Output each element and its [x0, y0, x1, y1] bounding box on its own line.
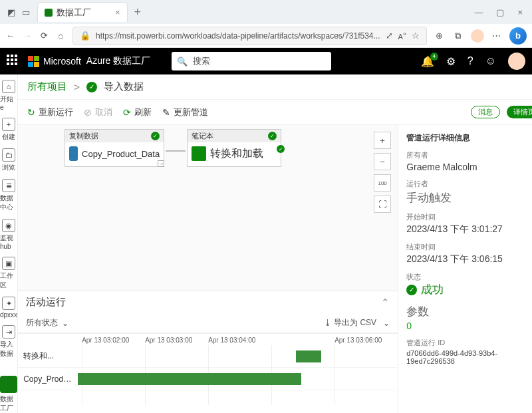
app-launcher-icon[interactable] [7, 55, 20, 68]
close-window-icon[interactable]: × [517, 7, 523, 17]
activity-section-header[interactable]: 活动运行 ⌃ [18, 291, 398, 313]
tabs-icon[interactable]: ▭ [19, 5, 33, 19]
activity-title: 活动运行 [26, 296, 66, 309]
notebook-icon [192, 146, 206, 161]
ok-icon: ✓ [151, 132, 160, 140]
browser-tab[interactable]: 数据工厂 × [37, 2, 128, 22]
chevron-up-icon[interactable]: ⌃ [381, 297, 390, 309]
page-title: 导入数据 [104, 80, 144, 93]
profile-icon[interactable]: ◩ [4, 5, 19, 19]
refresh-icon[interactable]: ⟳ [39, 31, 49, 41]
nav-browse[interactable]: 🗀浏览 [2, 148, 15, 172]
zoom-in-button[interactable]: + [374, 132, 391, 149]
connector [166, 150, 186, 152]
new-tab-button[interactable]: + [134, 5, 142, 19]
search-input[interactable]: 🔍 搜索 [172, 52, 331, 70]
refresh-button[interactable]: ⟳刷新 [123, 106, 152, 118]
datafactory-logo-icon [0, 376, 17, 393]
refresh-tool-icon: ⟳ [123, 107, 131, 118]
search-placeholder: 搜索 [193, 55, 210, 67]
gantt-bar[interactable] [296, 350, 321, 362]
collections-icon[interactable]: ⊕ [434, 31, 446, 41]
status-filter[interactable]: 所有状态 [26, 317, 58, 329]
azure-top-bar: Microsoft Azure 数据工厂 🔍 搜索 🔔4 ⚙ ? ☺ [0, 48, 532, 74]
export-csv-button[interactable]: ⭳ 导出为 CSV [324, 317, 376, 329]
node-label: 转换和加载 [210, 147, 263, 161]
nav-datahub[interactable]: ≣数据中心 [0, 179, 17, 212]
user-avatar[interactable] [508, 53, 525, 70]
output-port-icon[interactable]: → [158, 160, 164, 167]
status-ok-icon: ✓ [86, 82, 97, 92]
gantt-bar[interactable] [78, 373, 301, 385]
rerun-button[interactable]: ↻重新运行 [27, 106, 73, 118]
create-icon: + [2, 118, 15, 131]
chevron-down-icon[interactable]: ⌄ [383, 319, 390, 328]
nav-import[interactable]: ⇥导入数据 [0, 325, 17, 358]
minimize-icon[interactable]: — [474, 7, 483, 17]
canvas-tools: + − 100 ⛶ [374, 132, 391, 213]
chevron-down-icon[interactable]: ⌄ [62, 319, 68, 328]
database-icon [69, 146, 78, 161]
status-success: ✓成功 [406, 282, 532, 297]
fit-button[interactable]: ⛶ [374, 196, 391, 213]
pipeline-canvas[interactable]: 复制数据✓ Copy_Product_Data → 笔记本✓ 转换和加载 [18, 125, 398, 291]
feedback-icon[interactable]: ☺ [485, 55, 496, 67]
pill-details[interactable]: 详情页 [507, 106, 532, 118]
profile-avatar[interactable] [471, 29, 484, 43]
microsoft-logo-icon [28, 56, 39, 67]
nav-create[interactable]: +创建 [2, 118, 15, 142]
edit-icon: ✎ [162, 107, 170, 118]
ok-icon: ✓ [406, 285, 417, 295]
brand-product: Azure 数据工厂 [86, 55, 150, 67]
help-icon[interactable]: ? [467, 55, 473, 67]
import-icon: ⇥ [2, 325, 15, 339]
home-nav-icon: ⌂ [2, 80, 15, 93]
nav-workspace[interactable]: ▣工作区 [0, 257, 17, 290]
notifications-icon[interactable]: 🔔4 [421, 55, 434, 68]
tab-title: 数据工厂 [57, 7, 91, 19]
details-panel: 管道运行详细信息× 所有者Graeme Malcolm 运行者手动触发 开始时间… [398, 125, 532, 413]
brand: Microsoft Azure 数据工厂 [28, 55, 150, 67]
gantt-chart: Apr 13 03:02:00 Apr 13 03:03:00 Apr 13 0… [18, 333, 398, 413]
nav-home[interactable]: ⌂开始 e [0, 80, 17, 111]
nav-datafactory[interactable]: 数据工厂 [0, 376, 17, 413]
settings-icon[interactable]: ⚙ [446, 55, 456, 68]
more-icon[interactable]: ⋯ [491, 31, 503, 41]
datahub-icon: ≣ [2, 179, 15, 192]
ok-icon: ✓ [277, 145, 285, 153]
maximize-icon[interactable]: ▢ [496, 7, 504, 17]
gantt-row[interactable]: Copy_Product... [18, 368, 398, 390]
node-label: Copy_Product_Data [82, 149, 160, 159]
nav-monitor[interactable]: ◉监视hub [0, 219, 17, 250]
gantt-row[interactable]: 转换和... [18, 345, 398, 368]
node-notebook[interactable]: 笔记本✓ 转换和加载 ✓ [187, 129, 281, 167]
brand-ms: Microsoft [43, 56, 81, 67]
cancel-button: ⊘取消 [84, 106, 112, 118]
forward-icon: → [22, 31, 32, 41]
update-pipeline-button[interactable]: ✎更新管道 [162, 106, 208, 118]
extensions-icon[interactable]: ⧉ [452, 31, 464, 41]
nav-dp[interactable]: ✦dpxxx [0, 297, 17, 319]
font-icon[interactable]: A» [398, 31, 406, 41]
url-text: https://msit.powerbi.com/workloads/data-… [96, 31, 380, 41]
breadcrumb: 所有项目 > ✓ 导入数据 [18, 74, 532, 100]
rerun-icon: ↻ [27, 107, 35, 118]
monitor-icon: ◉ [2, 219, 15, 232]
left-nav: ⌂开始 e +创建 🗀浏览 ≣数据中心 ◉监视hub ▣工作区 ✦dpxxx ⇥… [0, 74, 18, 413]
breadcrumb-root[interactable]: 所有项目 [27, 80, 67, 93]
node-copy-data[interactable]: 复制数据✓ Copy_Product_Data → [65, 129, 164, 167]
home-icon[interactable]: ⌂ [56, 31, 66, 41]
pill-messages[interactable]: 消息 [471, 106, 500, 118]
favorite-icon[interactable]: ☆ [412, 31, 420, 41]
breadcrumb-arrow: > [74, 81, 80, 92]
zoom-out-button[interactable]: − [374, 153, 391, 170]
back-icon[interactable]: ← [5, 31, 15, 41]
lock-icon: 🔒 [80, 31, 90, 41]
close-tab-icon[interactable]: × [115, 7, 120, 17]
browser-titlebar: ◩ ▭ 数据工厂 × + — ▢ × [0, 0, 532, 24]
url-input[interactable]: 🔒 https://msit.powerbi.com/workloads/dat… [72, 27, 427, 45]
zoom-100-button[interactable]: 100 [374, 174, 391, 192]
search-icon: 🔍 [177, 57, 188, 67]
reader-icon[interactable]: ⤢ [386, 31, 393, 41]
bing-icon[interactable]: b [509, 27, 527, 45]
